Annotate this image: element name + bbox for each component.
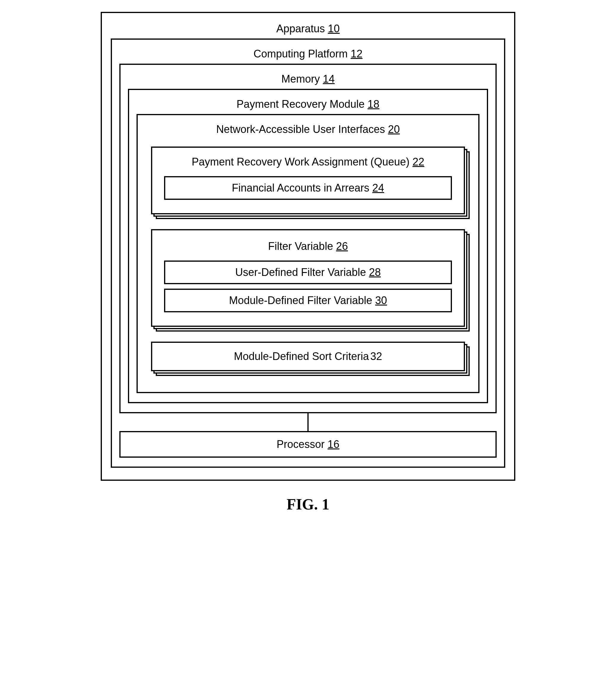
memory-ref: 14 <box>323 73 335 85</box>
sort-criteria-ref: 32 <box>370 350 382 362</box>
processor-box: Processor 16 <box>119 431 497 458</box>
filter-variable-ref: 26 <box>336 240 348 252</box>
apparatus-box: Apparatus 10 Computing Platform 12 Memor… <box>101 12 515 481</box>
sort-stack: Module-Defined Sort Criteria 32 <box>151 342 465 371</box>
computing-platform-label: Computing Platform 12 <box>119 44 497 64</box>
filter-variable-text: Filter Variable <box>268 240 333 252</box>
module-filter-box: Module-Defined Filter Variable 30 <box>164 289 452 312</box>
user-filter-text: User-Defined Filter Variable <box>235 266 366 278</box>
user-filter-ref: 28 <box>369 266 381 278</box>
queue-label: Payment Recovery Work Assignment (Queue)… <box>161 152 455 172</box>
memory-box: Memory 14 Payment Recovery Module 18 Net… <box>119 64 497 413</box>
network-ui-label: Network-Accessible User Interfaces 20 <box>145 120 471 139</box>
processor-ref: 16 <box>328 438 339 450</box>
computing-platform-ref: 12 <box>351 48 363 60</box>
network-ui-box: Network-Accessible User Interfaces 20 Pa… <box>137 114 479 393</box>
processor-text: Processor <box>277 438 325 450</box>
payment-recovery-text: Payment Recovery Module <box>236 98 365 110</box>
apparatus-text: Apparatus <box>276 23 325 35</box>
figure-caption: FIG. 1 <box>101 495 515 513</box>
accounts-ref: 24 <box>372 182 384 194</box>
queue-text: Payment Recovery Work Assignment (Queue) <box>192 156 410 168</box>
memory-label: Memory 14 <box>128 69 488 89</box>
user-filter-box: User-Defined Filter Variable 28 <box>164 260 452 284</box>
accounts-text: Financial Accounts in Arrears <box>232 182 369 194</box>
module-filter-ref: 30 <box>375 294 387 306</box>
network-ui-text: Network-Accessible User Interfaces <box>216 123 385 135</box>
computing-platform-box: Computing Platform 12 Memory 14 Payment … <box>111 38 505 468</box>
sort-criteria-box: Module-Defined Sort Criteria 32 <box>151 342 465 371</box>
diagram-container: Apparatus 10 Computing Platform 12 Memor… <box>101 12 515 513</box>
apparatus-label: Apparatus 10 <box>111 19 505 38</box>
payment-recovery-ref: 18 <box>367 98 380 110</box>
apparatus-ref: 10 <box>328 23 340 35</box>
sort-criteria-text: Module-Defined Sort Criteria <box>234 350 369 362</box>
payment-recovery-box: Payment Recovery Module 18 Network-Acces… <box>128 89 488 403</box>
connector-line <box>307 413 309 431</box>
computing-platform-text: Computing Platform <box>253 48 348 60</box>
payment-recovery-label: Payment Recovery Module 18 <box>137 94 479 114</box>
filter-variable-box: Filter Variable 26 User-Defined Filter V… <box>151 229 465 327</box>
filter-variable-label: Filter Variable 26 <box>161 235 455 256</box>
queue-stack: Payment Recovery Work Assignment (Queue)… <box>151 146 465 214</box>
network-ui-ref: 20 <box>388 123 400 135</box>
module-filter-text: Module-Defined Filter Variable <box>229 294 372 306</box>
memory-text: Memory <box>281 73 320 85</box>
queue-box: Payment Recovery Work Assignment (Queue)… <box>151 146 465 214</box>
queue-ref: 22 <box>413 156 424 168</box>
filter-stack: Filter Variable 26 User-Defined Filter V… <box>151 229 465 327</box>
accounts-box: Financial Accounts in Arrears 24 <box>164 176 452 200</box>
